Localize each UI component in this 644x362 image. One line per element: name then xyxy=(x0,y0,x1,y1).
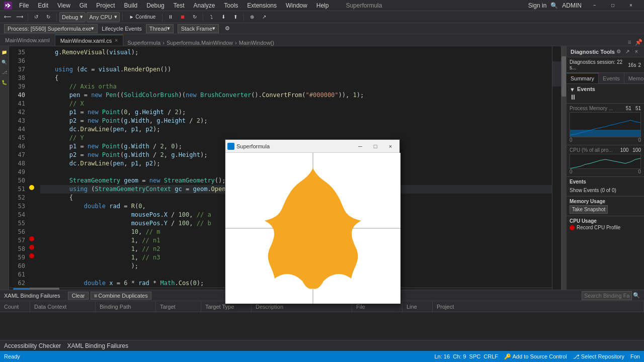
diagnostic-panel: Diagnostic Tools ⚙ ↗ × Diagnostics sessi… xyxy=(566,46,644,290)
format-icon[interactable]: ⚙ xyxy=(531,289,536,290)
search-binding-failures: 🔍 xyxy=(582,291,640,300)
cpu-header: CPU (% of all pro... 100 100 xyxy=(570,147,641,154)
vertical-scrollbar[interactable] xyxy=(561,46,566,290)
activity-debug-icon[interactable]: 🐛 xyxy=(1,78,9,86)
events-title: Events xyxy=(577,86,595,92)
toolbar-sep-2 xyxy=(56,13,57,21)
memory-usage-section: Memory Usage Take Snapshot xyxy=(567,197,644,216)
thread-selector[interactable]: Thread ▾ xyxy=(146,24,174,33)
tab-menu-icon[interactable]: ≡ xyxy=(626,39,633,46)
activity-git-icon[interactable]: ⎇ xyxy=(1,68,9,76)
menu-build[interactable]: Build xyxy=(120,2,142,10)
code-line: { xyxy=(40,74,552,82)
close-button[interactable]: × xyxy=(622,0,640,11)
pause-button[interactable]: ⏸ xyxy=(165,12,176,22)
tab-mainwindow-cs[interactable]: MainWindow.xaml.cs × xyxy=(55,35,124,46)
h-scroll-thumb[interactable] xyxy=(29,288,59,290)
redo-button[interactable]: ↻ xyxy=(43,12,54,22)
menu-test[interactable]: Test xyxy=(170,2,189,10)
search-icon[interactable]: 🔍 xyxy=(550,2,558,9)
clear-button[interactable]: Clear xyxy=(68,292,88,300)
select-repo[interactable]: ⎇ Select Repository xyxy=(573,353,624,360)
forward-button[interactable]: ⟶ xyxy=(14,12,25,22)
stack-btn[interactable]: ⚙ xyxy=(225,25,230,32)
record-dot-icon xyxy=(570,225,575,230)
preview-close-button[interactable]: × xyxy=(383,141,397,151)
sign-in[interactable]: Sign in xyxy=(528,2,547,9)
minimap xyxy=(552,46,561,290)
activity-explorer-icon[interactable]: 📁 xyxy=(1,48,9,56)
step-out[interactable]: ⬆ xyxy=(230,12,241,22)
activity-search-icon[interactable]: 🔍 xyxy=(1,58,9,66)
tab-pin-icon[interactable]: 📌 xyxy=(635,39,642,46)
add-source-control[interactable]: 🔑 Add to Source Control xyxy=(504,353,567,360)
take-snapshot-button[interactable]: Take Snapshot xyxy=(570,205,608,214)
minimize-button[interactable]: − xyxy=(586,0,604,11)
tab-bar-controls: ≡ 📌 xyxy=(626,39,644,46)
settings-icon[interactable]: ⚙ xyxy=(615,48,622,55)
accessibility-checker[interactable]: Accessibility Checker xyxy=(4,342,61,349)
search-binding-input[interactable] xyxy=(582,291,632,300)
preview-title-text: Superformula xyxy=(236,143,270,149)
xaml-failures-link[interactable]: XAML Binding Failures xyxy=(67,342,128,349)
font-label[interactable]: Fon xyxy=(630,353,640,359)
menu-help[interactable]: Help xyxy=(312,2,333,10)
menu-extensions[interactable]: Extensions xyxy=(243,2,281,10)
search-icon[interactable]: 🔍 xyxy=(633,292,640,299)
diag-tab-events[interactable]: Events xyxy=(599,73,624,83)
session-info: Diagnostics session: 22 s... 16s 2 xyxy=(567,57,644,73)
menu-debug[interactable]: Debug xyxy=(142,2,168,10)
cpu-chart xyxy=(570,154,641,169)
record-cpu-label[interactable]: Record CPU Profile xyxy=(577,225,620,230)
step-over[interactable]: ⤵ xyxy=(206,12,217,22)
menu-file[interactable]: File xyxy=(15,2,33,10)
debug-dropdown[interactable]: Debug ▾ xyxy=(59,12,86,22)
main-toolbar: ⟵ ⟶ ↺ ↻ Debug ▾ Any CPU ▾ ► Continue ⏸ ⏹… xyxy=(0,11,644,23)
events-expand-icon[interactable]: ▼ xyxy=(570,86,575,93)
combine-button[interactable]: ≡ Combine Duplicates xyxy=(91,292,151,300)
activity-bar: 📁 🔍 ⎇ 🐛 xyxy=(0,46,9,290)
close-icon[interactable]: × xyxy=(633,48,640,55)
menu-git[interactable]: Git xyxy=(75,2,91,10)
restart-button[interactable]: ↻ xyxy=(189,12,200,22)
events-list-title: Events xyxy=(570,179,641,185)
menu-analyze[interactable]: Analyze xyxy=(190,2,219,10)
menu-tools[interactable]: Tools xyxy=(220,2,242,10)
events-header-row: ▼ Events xyxy=(570,86,641,93)
pm-title: Process Memory ... xyxy=(570,106,613,111)
tab-mainwindow-xaml[interactable]: MainWindow.xaml xyxy=(0,35,55,46)
cpu-dropdown[interactable]: Any CPU ▾ xyxy=(87,12,119,22)
preview-minimize-button[interactable]: ─ xyxy=(353,141,367,151)
code-line: p1 = new Point(0, g.Height / 2); xyxy=(40,108,552,117)
process-selector[interactable]: Process: [5560] Superformula.exe ▾ xyxy=(4,24,98,33)
show-events-link[interactable]: Show Events (0 of 0) xyxy=(570,187,641,194)
menu-window[interactable]: Window xyxy=(282,2,311,10)
menu-edit[interactable]: Edit xyxy=(34,2,52,10)
cpu-left-val: 100 xyxy=(620,147,629,154)
diag-tab-memory[interactable]: Memory xyxy=(624,73,644,83)
breakpoints-button[interactable]: ⊕ xyxy=(247,12,258,22)
continue-button[interactable]: ► Continue xyxy=(125,12,160,22)
tab-label: MainWindow.xaml.cs xyxy=(60,38,112,44)
tab-close-icon[interactable]: × xyxy=(115,38,118,43)
pause-events-icon[interactable]: ⏸ xyxy=(570,93,577,101)
col-binding-path: Binding Path xyxy=(96,301,156,312)
maximize-button[interactable]: □ xyxy=(604,0,622,11)
breakpoint-dot xyxy=(29,253,34,258)
stop-button[interactable]: ⏹ xyxy=(177,12,188,22)
cpu-usage-title: CPU Usage xyxy=(570,218,641,224)
step-into[interactable]: ⬇ xyxy=(218,12,229,22)
expand-icon[interactable]: ↗ xyxy=(624,48,631,55)
minimap-slider[interactable] xyxy=(552,61,561,86)
diag-tab-summary[interactable]: Summary xyxy=(567,73,599,83)
menu-project[interactable]: Project xyxy=(92,2,119,10)
session-count: 2 xyxy=(638,62,641,68)
stack-frame-selector[interactable]: Stack Frame ▾ xyxy=(178,24,219,33)
process-memory-chart xyxy=(570,112,641,137)
live-share-button[interactable]: ↗ xyxy=(259,12,270,22)
menu-view[interactable]: View xyxy=(53,2,74,10)
back-button[interactable]: ⟵ xyxy=(2,12,13,22)
cpu-usage-section: CPU Usage Record CPU Profile xyxy=(567,216,644,232)
undo-button[interactable]: ↺ xyxy=(31,12,42,22)
preview-maximize-button[interactable]: □ xyxy=(368,141,382,151)
